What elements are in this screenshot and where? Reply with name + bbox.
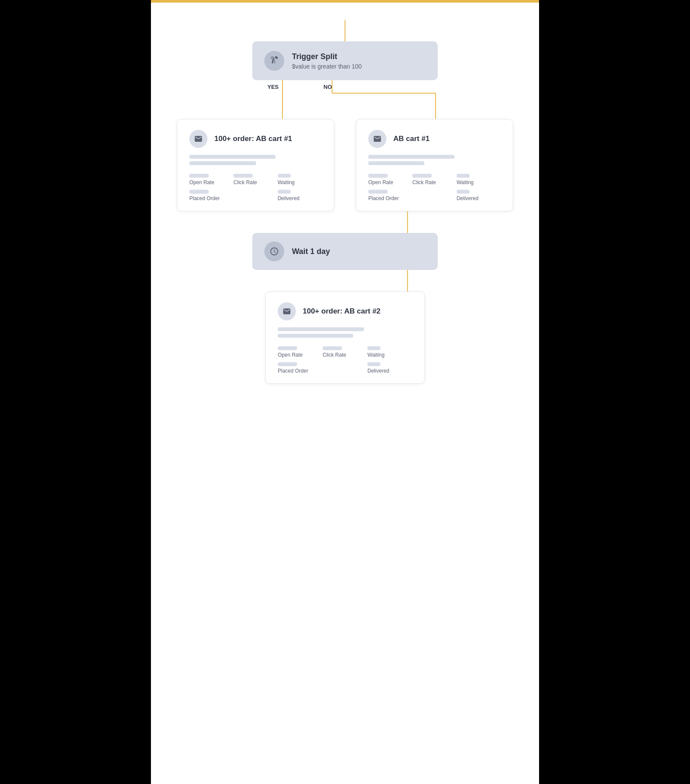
stat-open-rate-b: Open Rate	[278, 346, 323, 358]
stat-placed-order-b: Placed Order	[278, 362, 323, 374]
stat-bar-4	[189, 190, 209, 194]
card-2-bars	[368, 155, 501, 165]
bar-b-2	[278, 334, 353, 338]
card-2-icon-wrap	[368, 130, 386, 148]
stat-bar-1	[189, 174, 209, 178]
stat-bar-b3	[367, 346, 380, 350]
trigger-icon-wrap	[264, 51, 284, 71]
stat-delivered-2: Delivered	[457, 190, 501, 201]
email-card-1[interactable]: 100+ order: AB cart #1 Open Rate Click R…	[177, 119, 334, 211]
stat-bar-b2	[323, 346, 342, 350]
card-1-header: 100+ order: AB cart #1	[189, 130, 322, 148]
stat-bar-b5	[367, 362, 380, 366]
trigger-split-node[interactable]: Trigger Split $value is greater than 100	[252, 41, 438, 80]
envelope-icon-2	[373, 135, 382, 143]
card-bottom-title: 100+ order: AB cart #2	[303, 307, 380, 316]
stat-open-rate-2: Open Rate	[368, 174, 412, 185]
card-2-header: AB cart #1	[368, 130, 501, 148]
stat-bar-8	[457, 174, 470, 178]
email-card-bottom[interactable]: 100+ order: AB cart #2 Open Rate Click R…	[265, 292, 425, 384]
stat-label-open-1: Open Rate	[189, 179, 233, 185]
stat-label-open-b: Open Rate	[278, 352, 323, 358]
clock-icon	[270, 247, 279, 256]
stat-placed-order-1: Placed Order	[189, 190, 233, 201]
no-label: NO	[323, 84, 332, 90]
stat-waiting-1: Waiting	[278, 174, 322, 185]
wait-title: Wait 1 day	[292, 247, 330, 256]
page-container: Trigger Split $value is greater than 100…	[151, 0, 539, 784]
card-1-stats: Open Rate Click Rate Waiting Placed Orde…	[189, 174, 322, 201]
top-connector	[345, 20, 345, 41]
stat-bar-b1	[278, 346, 297, 350]
mid-connector-2	[407, 270, 408, 292]
stat-label-waiting-1: Waiting	[278, 179, 322, 185]
stat-delivered-1: Delivered	[278, 190, 322, 201]
envelope-icon-bottom	[282, 307, 291, 316]
stat-empty-b	[323, 362, 367, 374]
branch-lines-svg	[220, 80, 470, 119]
bar-b-1	[278, 327, 364, 331]
card-2-stats: Open Rate Click Rate Waiting Placed Orde…	[368, 174, 501, 201]
card-bottom-header: 100+ order: AB cart #2	[278, 302, 412, 320]
stat-label-waiting-2: Waiting	[457, 179, 501, 185]
wait-node[interactable]: Wait 1 day	[252, 233, 438, 270]
card-1-icon-wrap	[189, 130, 207, 148]
stat-click-rate-1: Click Rate	[233, 174, 277, 185]
stat-label-delivered-1: Delivered	[278, 195, 322, 201]
stat-label-delivered-b: Delivered	[367, 368, 412, 374]
bar-1-2	[189, 161, 256, 165]
stat-bar-6	[368, 174, 388, 178]
stat-bar-b4	[278, 362, 297, 366]
stat-label-placed-b: Placed Order	[278, 368, 323, 374]
envelope-icon-1	[194, 135, 203, 143]
card-1-title: 100+ order: AB cart #1	[214, 135, 292, 143]
yes-label: YES	[267, 84, 279, 90]
stat-placed-order-2: Placed Order	[368, 190, 412, 201]
stat-label-open-2: Open Rate	[368, 179, 412, 185]
trigger-subtitle: $value is greater than 100	[292, 63, 362, 70]
stat-label-click-2: Click Rate	[412, 179, 456, 185]
trigger-title: Trigger Split	[292, 52, 362, 61]
stat-click-rate-b: Click Rate	[323, 346, 367, 358]
stat-waiting-2: Waiting	[457, 174, 501, 185]
stat-label-click-1: Click Rate	[233, 179, 277, 185]
card-1-bars	[189, 155, 322, 165]
card-bottom-bars	[278, 327, 412, 338]
wait-icon-wrap	[264, 241, 284, 261]
bar-1-1	[189, 155, 276, 159]
stat-bar-5	[278, 190, 291, 194]
split-icon	[269, 56, 279, 66]
stat-click-rate-2: Click Rate	[412, 174, 456, 185]
stat-bar-7	[412, 174, 432, 178]
stat-label-waiting-b: Waiting	[367, 352, 412, 358]
stat-label-click-b: Click Rate	[323, 352, 367, 358]
stat-open-rate-1: Open Rate	[189, 174, 233, 185]
stat-bar-2	[233, 174, 253, 178]
stat-empty-2	[412, 190, 456, 201]
stat-label-delivered-2: Delivered	[457, 195, 501, 201]
cards-row: 100+ order: AB cart #1 Open Rate Click R…	[177, 119, 513, 211]
email-card-2[interactable]: AB cart #1 Open Rate Click Rate Waiting	[356, 119, 513, 211]
bar-2-2	[368, 161, 424, 165]
stat-delivered-b: Delivered	[367, 362, 412, 374]
stat-label-placed-1: Placed Order	[189, 195, 233, 201]
stat-bar-10	[457, 190, 470, 194]
card-2-title: AB cart #1	[393, 135, 430, 143]
trigger-text: Trigger Split $value is greater than 100	[292, 52, 362, 70]
mid-connector-1	[407, 211, 408, 233]
card-bottom-stats: Open Rate Click Rate Waiting Placed Orde…	[278, 346, 412, 374]
stat-label-placed-2: Placed Order	[368, 195, 412, 201]
stat-bar-9	[368, 190, 388, 194]
card-bottom-icon-wrap	[278, 302, 296, 320]
stat-empty-1	[233, 190, 277, 201]
bar-2-1	[368, 155, 455, 159]
stat-bar-3	[278, 174, 291, 178]
stat-waiting-b: Waiting	[367, 346, 412, 358]
bottom-card-row: 100+ order: AB cart #2 Open Rate Click R…	[177, 292, 513, 384]
